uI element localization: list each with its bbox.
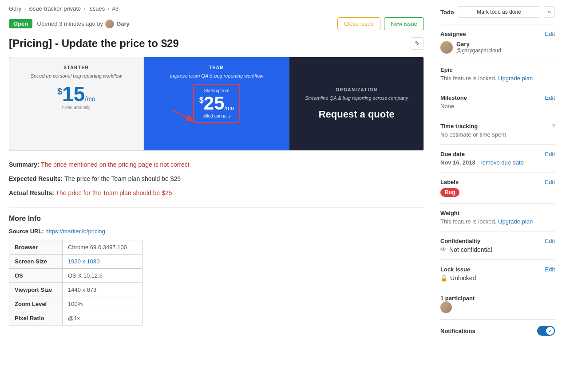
assignee-name: Gary [456,41,501,47]
actual-label: Actual Results: [9,189,54,196]
bug-label-badge: Bug [440,188,459,197]
check-icon: ✓ [548,329,552,333]
starter-per: /mo [85,95,95,102]
epic-upgrade-link[interactable]: Upgrade plan [498,75,533,82]
more-info-section: More Info Source URL: https://marker.io/… [9,215,424,325]
issue-header: Open Opened 3 minutes ago by Gary Close … [9,17,424,30]
table-cell-key: Zoom Level [9,297,63,311]
epic-section: Epic This feature is locked. Upgrade pla… [440,60,555,88]
team-currency: $ [199,96,204,105]
table-row: Zoom Level100% [9,297,142,311]
summary-text: The price mentioned on the pricing page … [41,161,190,168]
actual-text: The price for the Team plan should be $2… [56,189,172,196]
table-row: Viewport Size1440 x 873 [9,283,142,297]
table-cell-value[interactable]: 1920 x 1080 [63,255,142,269]
team-per: /mo [225,105,234,111]
section-divider [9,207,424,208]
opened-text: Opened 3 minutes ago by [37,20,103,27]
starter-label: STARTER [63,65,89,70]
assignee-handle: @garygasparcloud [456,47,501,54]
lock-issue-edit-link[interactable]: Edit [545,266,555,273]
new-issue-button[interactable]: New issue [384,17,424,30]
todo-label: Todo [440,9,454,16]
weight-upgrade-link[interactable]: Upgrade plan [498,218,533,225]
team-billed: billed annually [202,114,230,118]
info-table: BrowserChrome 69.0.3497.100Screen Size19… [9,240,142,325]
sidebar: Todo Mark todo as done » Assignee Edit G… [433,0,562,392]
starter-desc: Speed up personal bug reporting workflow [31,73,122,79]
opener-name: Gary [116,20,130,27]
epic-locked-text: This feature is locked. [440,75,496,82]
confidentiality-edit-link[interactable]: Edit [545,238,555,244]
milestone-label: Milestone [440,94,467,101]
lock-issue-label: Lock issue [440,266,470,273]
remove-due-date-link[interactable]: - remove due date [477,159,524,166]
confidentiality-label: Confidentiality [440,238,480,244]
table-cell-value: @1x [63,311,142,325]
pencil-icon: ✎ [415,40,420,47]
starter-amount: 15 [62,84,85,104]
due-date-label: Due date [440,151,465,157]
org-desc: Streamline QA & bug reporting across com… [305,95,408,102]
labels-edit-link[interactable]: Edit [545,179,555,185]
assignee-avatar [440,41,453,54]
breadcrumb-number: #3 [112,5,119,12]
org-card: ORGANIZATION Streamline QA & bug reporti… [289,57,423,150]
weight-locked-text: This feature is locked. [440,218,496,225]
milestone-edit-link[interactable]: Edit [545,94,555,101]
confidentiality-section: Confidentiality Edit 👁 Not confidential [440,231,555,260]
starter-billed: billed annually [62,105,90,110]
table-cell-value: OS X 10.12.6 [63,269,142,283]
svg-line-1 [173,110,195,122]
notifications-label: Notifications [440,328,475,334]
assignee-section: Assignee Edit Gary @garygasparcloud [440,24,555,60]
time-tracking-help-icon[interactable]: ? [551,122,555,129]
summary-label: Summary: [9,161,39,168]
table-cell-key: Pixel Ratio [9,311,63,325]
assignee-edit-link[interactable]: Edit [545,31,555,37]
notifications-toggle[interactable]: ✓ [537,326,555,336]
status-badge: Open [9,19,32,28]
issue-title: [Pricing] - Update the price to $29 [9,37,179,50]
labels-section: Labels Edit Bug [440,172,555,204]
weight-label: Weight [440,210,459,216]
org-label: ORGANIZATION [336,87,377,92]
todo-chevron-button[interactable]: » [544,6,555,18]
time-tracking-label: Time tracking [440,123,478,129]
table-cell-key: Viewport Size [9,283,63,297]
table-cell-value: Chrome 69.0.3497.100 [63,240,142,255]
issue-body: Summary: The price mentioned on the pric… [9,160,424,198]
due-date-section: Due date Edit Nov 16, 2018 - remove due … [440,145,555,172]
team-price-box: Starting from $ 25 /mo billed annually [193,84,240,123]
issue-title-row: [Pricing] - Update the price to $29 ✎ [9,37,424,50]
edit-title-button[interactable]: ✎ [411,37,424,50]
source-label: Source URL: [9,228,44,235]
due-date-edit-link[interactable]: Edit [545,151,555,157]
milestone-section: Milestone Edit None [440,88,555,116]
table-cell-key: Screen Size [9,255,63,269]
org-cta: Request a quote [319,109,395,120]
breadcrumb-issues[interactable]: Issues [88,5,105,12]
opener-avatar [105,20,114,28]
breadcrumb-repo[interactable]: issue-tracker-private [29,5,81,12]
notifications-section: Notifications ✓ [440,320,555,342]
time-tracking-section: Time tracking ? No estimate or time spen… [440,116,555,145]
table-row: BrowserChrome 69.0.3497.100 [9,240,142,255]
lock-issue-value: Unlocked [450,274,476,282]
epic-label: Epic [440,67,452,73]
lock-issue-section: Lock issue Edit 🔓 Unlocked [440,260,555,288]
table-row: OSOS X 10.12.6 [9,269,142,283]
expected-label: Expected Results: [9,175,63,182]
breadcrumb-gary[interactable]: Gary [9,5,21,12]
participant-avatar [440,302,452,313]
lock-icon: 🔓 [440,275,447,282]
more-info-heading: More Info [9,215,424,223]
close-issue-button[interactable]: Close issue [337,17,380,30]
assignee-label: Assignee [440,31,466,37]
starter-card: STARTER Speed up personal bug reporting … [9,57,144,150]
labels-label: Labels [440,179,459,185]
source-url-link[interactable]: https://marker.io/pricing [45,228,105,235]
mark-todo-button[interactable]: Mark todo as done [458,6,541,18]
expected-text: The price for the Team plan should be $2… [64,175,181,182]
eye-icon: 👁 [440,246,447,253]
